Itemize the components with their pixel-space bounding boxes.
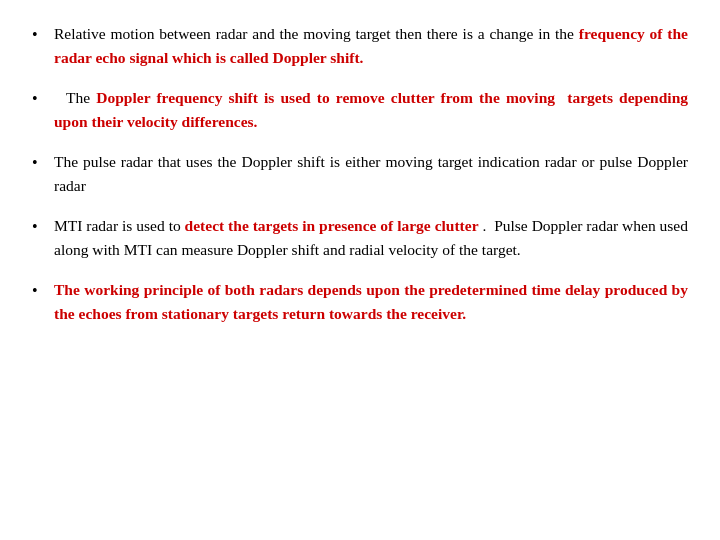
bullet-text-1: Relative motion between radar and the mo… [54, 22, 688, 70]
highlight-2: Doppler frequency shift is used to remov… [54, 89, 688, 130]
bullet-text-3: The pulse radar that uses the Doppler sh… [54, 150, 688, 198]
main-content: • Relative motion between radar and the … [0, 0, 720, 364]
bullet-text-4: MTI radar is used to detect the targets … [54, 214, 688, 262]
bullet-item-1: • Relative motion between radar and the … [32, 22, 688, 70]
bullet-item-3: • The pulse radar that uses the Doppler … [32, 150, 688, 198]
bullet-symbol-4: • [32, 214, 54, 240]
bullet-symbol-1: • [32, 22, 54, 48]
bullet-symbol-5: • [32, 278, 54, 304]
highlight-1: frequency of the radar echo signal which… [54, 25, 688, 66]
bullet-symbol-2: • [32, 86, 54, 112]
bullet-symbol-3: • [32, 150, 54, 176]
bullet-text-2: The Doppler frequency shift is used to r… [54, 86, 688, 134]
bullet-text-5: The working principle of both radars dep… [54, 278, 688, 326]
bullet-item-5: • The working principle of both radars d… [32, 278, 688, 326]
bullet-item-2: • The Doppler frequency shift is used to… [32, 86, 688, 134]
highlight-5: The working principle of both radars dep… [54, 281, 688, 322]
bullet-item-4: • MTI radar is used to detect the target… [32, 214, 688, 262]
highlight-4: detect the targets in presence of large … [185, 217, 479, 234]
